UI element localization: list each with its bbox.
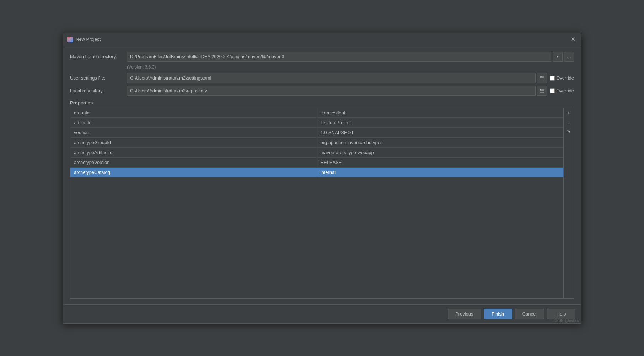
local-repo-override-checkbox[interactable]	[550, 88, 555, 93]
table-row[interactable]: archetypeCataloginternal	[70, 168, 563, 177]
table-row[interactable]: groupIdcom.testleaf	[70, 108, 563, 118]
maven-home-input-group: ▼ …	[127, 52, 574, 62]
svg-rect-0	[540, 77, 544, 80]
prop-key-artifactId: artifactId	[70, 118, 317, 127]
local-repo-input-group: Override	[127, 86, 574, 96]
prop-key-archetypeCatalog: archetypeCatalog	[70, 168, 317, 177]
prop-key-archetypeVersion: archetypeVersion	[70, 158, 317, 167]
prop-value-archetypeArtifactId: maven-archetype-webapp	[317, 148, 564, 157]
prop-value-archetypeVersion: RELEASE	[317, 158, 564, 167]
local-repo-override-label: Override	[556, 88, 574, 93]
table-row[interactable]: archetypeGroupIdorg.apache.maven.archety…	[70, 138, 563, 148]
version-text: (Version: 3.6.3)	[127, 65, 574, 70]
table-row[interactable]: archetypeArtifactIdmaven-archetype-webap…	[70, 148, 563, 158]
finish-button[interactable]: Finish	[484, 309, 512, 319]
dialog-content: Maven home directory: ▼ … (Version: 3.6.…	[63, 46, 581, 304]
maven-home-label: Maven home directory:	[70, 54, 127, 59]
properties-table: groupIdcom.testleafartifactIdTestleafPro…	[70, 108, 574, 299]
prop-value-artifactId: TestleafProject	[317, 118, 564, 127]
user-settings-input[interactable]	[127, 73, 536, 83]
app-icon: IJ	[67, 37, 73, 42]
add-property-button[interactable]: +	[564, 109, 573, 117]
prop-value-archetypeGroupId: org.apache.maven.archetypes	[317, 138, 564, 147]
maven-home-row: Maven home directory: ▼ …	[70, 52, 574, 62]
maven-home-dropdown-btn[interactable]: ▼	[553, 52, 563, 62]
properties-area: groupIdcom.testleafartifactIdTestleafPro…	[70, 108, 574, 299]
table-row[interactable]: artifactIdTestleafProject	[70, 118, 563, 128]
user-settings-input-group: Override	[127, 73, 574, 83]
previous-button[interactable]: Previous	[448, 309, 481, 319]
side-buttons: + − ✎	[563, 108, 574, 298]
maven-home-ellipsis-btn[interactable]: …	[564, 52, 574, 62]
prop-value-version: 1.0-SNAPSHOT	[317, 128, 564, 137]
prop-key-version: version	[70, 128, 317, 137]
local-repo-label: Local repository:	[70, 88, 127, 93]
remove-property-button[interactable]: −	[564, 118, 573, 126]
user-settings-override-group: Override	[550, 75, 574, 81]
new-project-dialog: IJ New Project ✕ Maven home directory: ▼…	[63, 33, 581, 324]
watermark: CSDN @testleaf	[553, 319, 580, 323]
title-bar-left: IJ New Project	[67, 37, 101, 42]
prop-value-archetypeCatalog: internal	[317, 168, 564, 177]
user-settings-row: User settings file: Override	[70, 73, 574, 83]
properties-list: groupIdcom.testleafartifactIdTestleafPro…	[70, 108, 563, 298]
user-settings-override-label: Override	[556, 75, 574, 81]
prop-key-archetypeGroupId: archetypeGroupId	[70, 138, 317, 147]
prop-key-archetypeArtifactId: archetypeArtifactId	[70, 148, 317, 157]
close-button[interactable]: ✕	[569, 36, 577, 43]
dialog-footer: Previous Finish Cancel Help CSDN @testle…	[63, 304, 581, 323]
user-settings-browse-btn[interactable]	[537, 73, 547, 83]
help-button[interactable]: Help	[547, 309, 575, 319]
prop-value-groupId: com.testleaf	[317, 108, 564, 117]
properties-container: groupIdcom.testleafartifactIdTestleafPro…	[70, 108, 574, 298]
local-repo-row: Local repository: Override	[70, 86, 574, 96]
local-repo-browse-btn[interactable]	[537, 86, 547, 96]
local-repo-override-group: Override	[550, 88, 574, 93]
title-bar: IJ New Project ✕	[63, 33, 581, 46]
table-row[interactable]: version1.0-SNAPSHOT	[70, 128, 563, 138]
user-settings-label: User settings file:	[70, 75, 127, 81]
dialog-title: New Project	[76, 37, 101, 42]
cancel-button[interactable]: Cancel	[515, 309, 544, 319]
properties-section-title: Properties	[70, 100, 574, 105]
table-row[interactable]: archetypeVersionRELEASE	[70, 158, 563, 168]
maven-home-input[interactable]	[127, 52, 551, 62]
user-settings-override-checkbox[interactable]	[550, 76, 555, 81]
prop-key-groupId: groupId	[70, 108, 317, 117]
edit-property-button[interactable]: ✎	[564, 127, 573, 136]
svg-rect-1	[540, 89, 544, 93]
local-repo-input[interactable]	[127, 86, 536, 96]
